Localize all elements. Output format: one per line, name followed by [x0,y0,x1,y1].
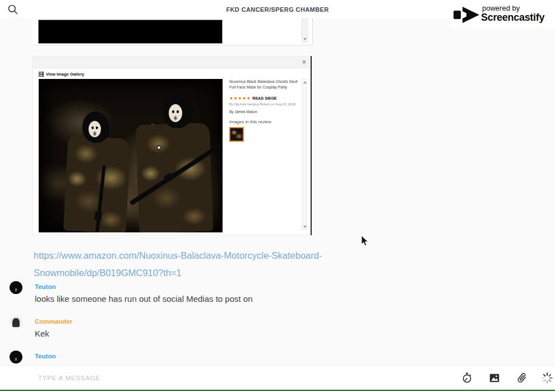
view-image-gallery-button[interactable]: View Image Gallery [39,71,84,77]
embed-black-image[interactable] [38,20,223,44]
images-in-review-label: Images in this review [229,119,299,124]
message-composer [0,365,555,390]
stopwatch-icon[interactable] [461,372,473,384]
star-rating: ★★★★★ [229,96,251,101]
review-byline: By Dig bick hanging Robert on Aug 23, 20… [229,102,299,106]
embed-header: × [33,57,311,68]
watermark-brand: Screencastify [481,12,544,22]
image-icon[interactable] [488,372,501,384]
paperclip-icon[interactable] [516,372,528,384]
embed-scrollbar[interactable] [302,79,307,230]
masked-figure-right [133,94,223,232]
embed-scrollbar[interactable] [302,18,308,43]
product-title: Nuoxinus Black Balaclava Ghosts Skull Fu… [229,79,299,90]
masked-figure-left [66,111,138,232]
amazon-embed-card: × View Image Gallery Nuoxinus Black Bala… [33,56,311,235]
screencastify-logo-icon [453,6,480,25]
close-icon[interactable]: × [302,58,306,67]
product-info-panel: Nuoxinus Black Balaclava Ghosts Skull Fu… [229,79,299,142]
message-text: Kek [35,329,49,338]
embed-card-partial [33,18,313,45]
avatar[interactable] [10,281,22,294]
amazon-link-line1: https://www.amazon.com/Nuoxinus-Balaclav… [34,247,336,264]
message-text: looks like someone has run out of social… [35,294,253,304]
message-author[interactable]: Teuton [35,283,55,290]
watermark-powered-by: powered by [482,4,544,12]
review-author: By James Mason [229,110,299,114]
screencastify-watermark: powered by Screencastify [451,1,555,28]
spinner-icon[interactable] [541,372,553,384]
embed-right-border [311,56,312,235]
recording-border [0,390,555,391]
message-author[interactable]: Commander [35,318,72,325]
message-author[interactable]: Teuton [35,353,55,360]
avatar[interactable] [10,316,22,329]
avatar[interactable] [10,351,22,363]
scroll-up-icon[interactable] [303,81,307,83]
gallery-label: View Image Gallery [46,72,84,77]
product-photo[interactable] [39,79,223,232]
review-thumbnail[interactable] [229,127,244,142]
mouse-cursor [361,236,369,247]
amazon-link-line2: Snowmobile/dp/B019GMC910?th=1 [34,264,336,282]
scroll-down-icon[interactable] [303,226,307,228]
scroll-down-icon[interactable] [303,38,307,40]
message-input[interactable] [37,370,420,386]
amazon-link[interactable]: https://www.amazon.com/Nuoxinus-Balaclav… [34,247,336,282]
gallery-grid-icon [39,72,44,77]
review-title: READ SIEGE [252,96,276,100]
